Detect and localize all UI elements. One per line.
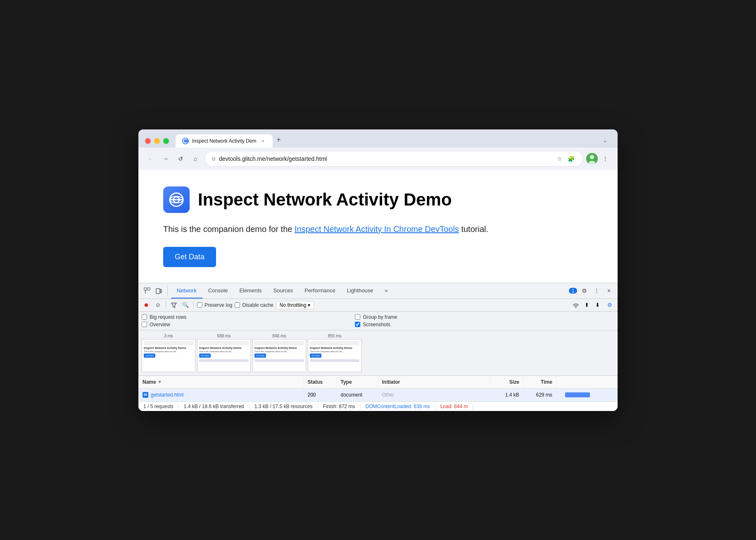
network-settings-button[interactable]: ⚙	[605, 301, 614, 310]
minimize-button[interactable]	[154, 138, 160, 144]
nav-bar: ← → ↺ ⌂ ⊙ devtools.glitch.me/network/get…	[138, 148, 618, 170]
back-button[interactable]: ←	[145, 153, 157, 165]
svg-rect-11	[160, 289, 162, 293]
inspect-element-button[interactable]	[142, 285, 152, 296]
big-request-rows-label: Big request rows	[150, 314, 186, 320]
screenshot-time-4: 855 ms	[328, 334, 342, 338]
column-header-initiator[interactable]: Initiator	[378, 376, 491, 388]
tab-console[interactable]: Console	[202, 283, 234, 299]
column-header-time[interactable]: Time	[524, 376, 557, 388]
clear-button[interactable]: ⊘	[153, 301, 162, 310]
reload-button[interactable]: ↺	[175, 153, 186, 165]
throttling-select[interactable]: No throttling ▾	[276, 301, 314, 309]
options-row: Big request rows Overview Group by frame…	[138, 312, 618, 330]
screenshot-item-3: 846 ms Inspect Network Activity Demo Thi…	[252, 334, 306, 372]
network-toolbar: ⏺ ⊘ 🔍 Preserve log Disable cache No thro…	[138, 299, 618, 312]
status-requests: 1 / 5 requests	[143, 404, 179, 409]
devtools-more-button[interactable]: ⋮	[591, 285, 602, 296]
new-tab-button[interactable]: +	[273, 134, 284, 146]
traffic-lights	[145, 138, 169, 144]
tab-close-button[interactable]: ×	[259, 138, 266, 144]
browser-tab[interactable]: Inspect Network Activity Dem ×	[176, 134, 273, 148]
group-by-frame-option[interactable]: Group by frame	[355, 314, 397, 320]
preserve-log-checkbox[interactable]: Preserve log	[197, 302, 232, 308]
screenshot-item-4: 855 ms Inspect Network Activity Demo Thi…	[308, 334, 361, 372]
screenshot-thumb-2[interactable]: Inspect Network Activity Demo This is th…	[197, 339, 251, 372]
big-request-rows-option[interactable]: Big request rows	[142, 314, 186, 320]
screenshots-label: Screenshots	[363, 322, 390, 327]
download-icon-button[interactable]: ⬇	[593, 301, 602, 310]
overview-label: Overview	[150, 322, 170, 327]
screenshot-thumb-3[interactable]: Inspect Network Activity Demo This is th…	[252, 339, 306, 372]
device-toolbar-button[interactable]	[153, 285, 164, 296]
network-toolbar-right: ⬆ ⬇ ⚙	[571, 301, 614, 310]
wifi-icon-button[interactable]	[571, 301, 580, 310]
devtools-close-button[interactable]: ×	[604, 285, 614, 296]
svg-rect-10	[156, 289, 160, 294]
tab-sources[interactable]: Sources	[268, 283, 299, 299]
extensions-button[interactable]: 🧩	[566, 154, 576, 164]
devtools-left-icons	[142, 285, 168, 296]
chrome-menu-button[interactable]: ⋮	[599, 153, 611, 165]
preserve-log-input[interactable]	[197, 302, 202, 308]
address-bar[interactable]: ⊙ devtools.glitch.me/network/getstarted.…	[204, 151, 583, 167]
overview-option[interactable]: Overview	[142, 322, 186, 327]
devtools-right: 1 ⚙ ⋮ ×	[569, 285, 614, 296]
file-icon-line-3	[144, 395, 147, 396]
site-logo	[163, 186, 190, 213]
tab-lighthouse[interactable]: Lighthouse	[341, 283, 379, 299]
status-load: Load: 844 m	[435, 404, 473, 409]
home-button[interactable]: ⌂	[190, 153, 201, 165]
tab-elements[interactable]: Elements	[233, 283, 267, 299]
name-sort-arrow: ▼	[158, 380, 162, 384]
disable-cache-label: Disable cache	[242, 302, 273, 308]
screenshot-thumb-1[interactable]: Inspect Network Activity Demo This is th…	[142, 339, 195, 372]
tutorial-link[interactable]: Inspect Network Activity In Chrome DevTo…	[295, 225, 459, 234]
screenshots-checkbox[interactable]	[355, 322, 360, 327]
screenshots-row: 3 ms Inspect Network Activity Demo This …	[142, 334, 614, 372]
get-data-button[interactable]: Get Data	[163, 247, 216, 267]
status-finish: Finish: 872 ms	[318, 404, 361, 409]
toolbar-divider-1	[166, 301, 166, 309]
disable-cache-input[interactable]	[235, 302, 240, 308]
table-row[interactable]: getstarted.html 200 document Other 1.4 k…	[138, 389, 618, 401]
tab-network[interactable]: Network	[171, 283, 202, 299]
column-header-name[interactable]: Name ▼	[138, 376, 304, 388]
search-button[interactable]: 🔍	[181, 301, 190, 310]
nav-right: ⋮	[586, 153, 611, 165]
column-header-status[interactable]: Status	[304, 376, 337, 388]
filter-button[interactable]	[169, 301, 178, 310]
column-header-type[interactable]: Type	[337, 376, 378, 388]
bookmark-button[interactable]: ☆	[554, 154, 564, 164]
close-button[interactable]	[145, 138, 151, 144]
forward-button[interactable]: →	[160, 153, 171, 165]
address-security-icon: ⊙	[212, 156, 216, 162]
row-time-cell: 629 ms	[524, 389, 557, 401]
svg-point-13	[575, 307, 576, 308]
profile-avatar[interactable]	[586, 153, 598, 165]
row-size-cell: 1.4 kB	[491, 389, 524, 401]
group-by-frame-checkbox[interactable]	[355, 314, 360, 320]
disable-cache-checkbox[interactable]: Disable cache	[235, 302, 273, 308]
overview-checkbox[interactable]	[142, 322, 147, 327]
page-title: Inspect Network Activity Demo	[198, 190, 452, 210]
screenshots-option[interactable]: Screenshots	[355, 322, 397, 327]
screenshot-thumb-4[interactable]: Inspect Network Activity Demo This is th…	[308, 339, 361, 372]
network-table: Name ▼ Status Type Initiator Size Time	[138, 376, 618, 401]
devtools-settings-button[interactable]: ⚙	[579, 285, 590, 296]
tab-performance[interactable]: Performance	[299, 283, 341, 299]
toolbar-divider-2	[193, 301, 194, 309]
tab-more[interactable]: »	[379, 283, 393, 299]
row-name-cell: getstarted.html	[138, 389, 304, 401]
row-initiator-cell: Other	[378, 389, 491, 401]
file-icon-line-2	[144, 394, 147, 395]
tabs-row: Inspect Network Activity Dem × + ⌄	[176, 134, 611, 148]
tab-expand-button[interactable]: ⌄	[599, 134, 611, 146]
desc-before: This is the companion demo for the	[163, 225, 295, 234]
column-header-size[interactable]: Size	[491, 376, 524, 388]
page-description: This is the companion demo for the Inspe…	[163, 223, 593, 235]
upload-icon-button[interactable]: ⬆	[582, 301, 591, 310]
maximize-button[interactable]	[163, 138, 169, 144]
record-button[interactable]: ⏺	[142, 301, 151, 310]
big-request-rows-checkbox[interactable]	[142, 314, 147, 320]
